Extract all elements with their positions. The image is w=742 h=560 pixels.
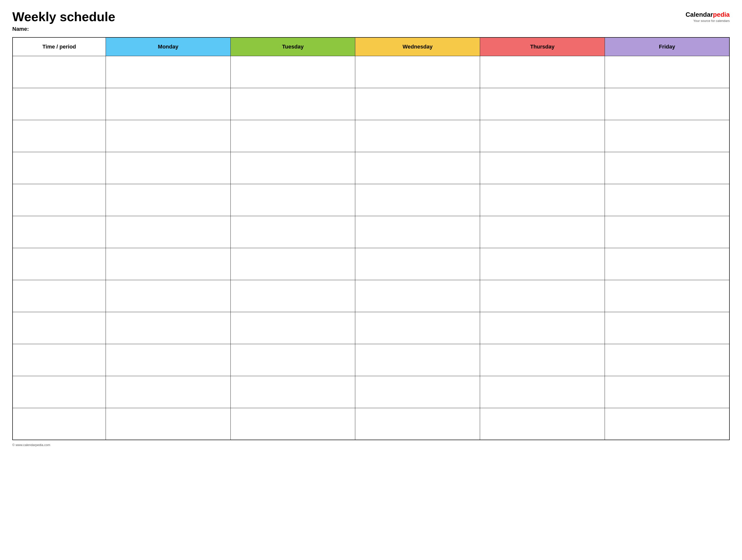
table-row xyxy=(12,88,730,120)
day-cell[interactable] xyxy=(230,120,355,152)
col-header-friday: Friday xyxy=(604,38,730,56)
col-header-time: Time / period xyxy=(12,38,106,56)
day-cell[interactable] xyxy=(480,152,605,184)
day-cell[interactable] xyxy=(230,408,355,440)
logo-text: Calendarpedia xyxy=(686,11,730,18)
logo-pedia: pedia xyxy=(713,11,730,18)
day-cell[interactable] xyxy=(604,248,730,280)
day-cell[interactable] xyxy=(604,120,730,152)
time-cell[interactable] xyxy=(12,376,106,408)
day-cell[interactable] xyxy=(106,56,231,88)
day-cell[interactable] xyxy=(106,152,231,184)
day-cell[interactable] xyxy=(480,56,605,88)
day-cell[interactable] xyxy=(480,248,605,280)
day-cell[interactable] xyxy=(480,216,605,248)
day-cell[interactable] xyxy=(355,312,480,344)
day-cell[interactable] xyxy=(355,216,480,248)
day-cell[interactable] xyxy=(355,248,480,280)
day-cell[interactable] xyxy=(230,312,355,344)
day-cell[interactable] xyxy=(355,88,480,120)
time-cell[interactable] xyxy=(12,408,106,440)
day-cell[interactable] xyxy=(106,120,231,152)
day-cell[interactable] xyxy=(230,248,355,280)
day-cell[interactable] xyxy=(106,344,231,376)
table-row xyxy=(12,184,730,216)
day-cell[interactable] xyxy=(604,312,730,344)
day-cell[interactable] xyxy=(230,88,355,120)
day-cell[interactable] xyxy=(604,88,730,120)
table-row xyxy=(12,56,730,88)
day-cell[interactable] xyxy=(355,280,480,312)
col-header-thursday: Thursday xyxy=(480,38,605,56)
day-cell[interactable] xyxy=(230,184,355,216)
day-cell[interactable] xyxy=(604,152,730,184)
time-cell[interactable] xyxy=(12,56,106,88)
schedule-table: Time / period Monday Tuesday Wednesday T… xyxy=(12,37,730,440)
table-row xyxy=(12,312,730,344)
logo-calendar: Calendar xyxy=(686,11,713,18)
day-cell[interactable] xyxy=(604,280,730,312)
day-cell[interactable] xyxy=(106,408,231,440)
day-cell[interactable] xyxy=(106,312,231,344)
day-cell[interactable] xyxy=(604,408,730,440)
day-cell[interactable] xyxy=(480,312,605,344)
col-header-monday: Monday xyxy=(106,38,231,56)
day-cell[interactable] xyxy=(355,184,480,216)
time-cell[interactable] xyxy=(12,88,106,120)
day-cell[interactable] xyxy=(106,88,231,120)
day-cell[interactable] xyxy=(480,120,605,152)
time-cell[interactable] xyxy=(12,248,106,280)
time-cell[interactable] xyxy=(12,120,106,152)
table-header-row: Time / period Monday Tuesday Wednesday T… xyxy=(12,38,730,56)
day-cell[interactable] xyxy=(480,344,605,376)
day-cell[interactable] xyxy=(604,56,730,88)
table-row xyxy=(12,120,730,152)
day-cell[interactable] xyxy=(106,248,231,280)
day-cell[interactable] xyxy=(604,344,730,376)
day-cell[interactable] xyxy=(230,152,355,184)
day-cell[interactable] xyxy=(355,376,480,408)
logo-tagline: Your source for calendars xyxy=(693,19,730,23)
day-cell[interactable] xyxy=(480,88,605,120)
day-cell[interactable] xyxy=(480,184,605,216)
day-cell[interactable] xyxy=(230,56,355,88)
table-row xyxy=(12,344,730,376)
day-cell[interactable] xyxy=(230,376,355,408)
day-cell[interactable] xyxy=(106,376,231,408)
day-cell[interactable] xyxy=(355,408,480,440)
col-header-tuesday: Tuesday xyxy=(230,38,355,56)
day-cell[interactable] xyxy=(230,280,355,312)
day-cell[interactable] xyxy=(355,344,480,376)
day-cell[interactable] xyxy=(355,56,480,88)
time-cell[interactable] xyxy=(12,216,106,248)
day-cell[interactable] xyxy=(480,408,605,440)
schedule-body xyxy=(12,56,730,440)
col-header-wednesday: Wednesday xyxy=(355,38,480,56)
copyright: © www.calendarpedia.com xyxy=(12,443,50,447)
table-row xyxy=(12,248,730,280)
time-cell[interactable] xyxy=(12,344,106,376)
day-cell[interactable] xyxy=(106,184,231,216)
page-header: Weekly schedule Name: Calendarpedia Your… xyxy=(12,10,730,32)
day-cell[interactable] xyxy=(355,120,480,152)
table-row xyxy=(12,408,730,440)
day-cell[interactable] xyxy=(230,344,355,376)
day-cell[interactable] xyxy=(106,216,231,248)
day-cell[interactable] xyxy=(604,216,730,248)
day-cell[interactable] xyxy=(355,152,480,184)
day-cell[interactable] xyxy=(230,216,355,248)
day-cell[interactable] xyxy=(604,184,730,216)
time-cell[interactable] xyxy=(12,184,106,216)
table-row xyxy=(12,216,730,248)
page-title: Weekly schedule xyxy=(12,10,115,24)
footer: © www.calendarpedia.com xyxy=(12,443,730,447)
table-row xyxy=(12,152,730,184)
time-cell[interactable] xyxy=(12,280,106,312)
time-cell[interactable] xyxy=(12,312,106,344)
day-cell[interactable] xyxy=(480,376,605,408)
day-cell[interactable] xyxy=(480,280,605,312)
time-cell[interactable] xyxy=(12,152,106,184)
day-cell[interactable] xyxy=(106,280,231,312)
day-cell[interactable] xyxy=(604,376,730,408)
table-row xyxy=(12,376,730,408)
